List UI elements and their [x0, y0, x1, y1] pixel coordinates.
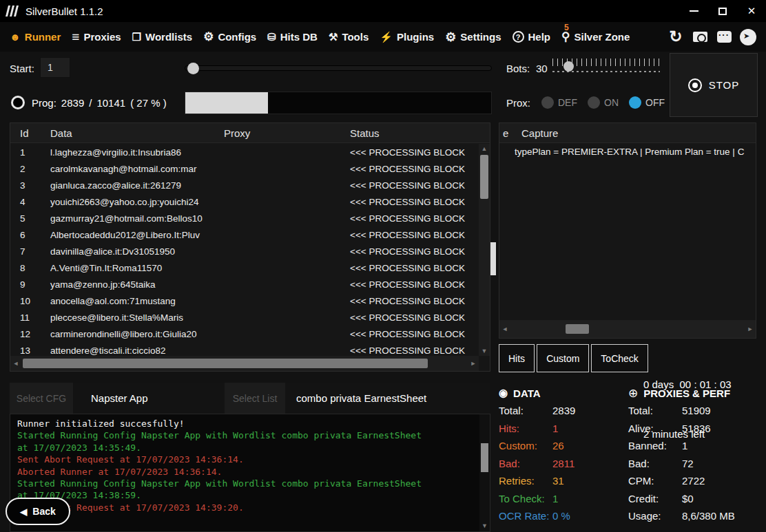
table-row[interactable]: 3 gianluca.zacco@alice.it:261279 <<< PRO… — [10, 177, 479, 193]
proxies-stats-section: PROXIES & PERF Total: 51909 Alive: 51836… — [628, 384, 766, 525]
stat-row: Retries: 31 — [499, 472, 627, 490]
table-row[interactable]: 4 youichi2663@yahoo.co.jp:youichi24 <<< … — [10, 193, 479, 210]
cell-data: A.Venti@Tin.It:Roma11570 — [41, 263, 214, 273]
prox-on-radio[interactable]: ON — [588, 96, 619, 109]
scroll-down-arrow[interactable] — [479, 346, 490, 356]
bots-slider[interactable] — [552, 58, 660, 76]
table-row[interactable]: 7 davinilla@alice.it:Dv31051950 <<< PROC… — [10, 243, 479, 259]
table-row[interactable]: 10 anocella@aol.com:71mustang <<< PROCES… — [10, 292, 479, 309]
close-button[interactable] — [737, 0, 766, 22]
table-row[interactable]: 2 carolmkavanagh@hotmail.com:mar <<< PRO… — [10, 160, 479, 177]
tab-tocheck[interactable]: ToCheck — [591, 344, 648, 372]
stat-value: 51836 — [682, 423, 766, 434]
nav-item-help[interactable]: Help — [507, 22, 557, 52]
log-line: Started Running Config Napster App with … — [17, 478, 431, 502]
table-row[interactable]: 8 A.Venti@Tin.It:Roma11570 <<< PROCESSIN… — [10, 259, 479, 276]
scroll-left-arrow[interactable] — [499, 320, 510, 338]
table-row[interactable]: 9 yama@zenno.jp:645taika <<< PROCESSING … — [10, 276, 479, 292]
telegram-icon[interactable] — [738, 28, 758, 47]
table-row[interactable]: 13 attendere@tiscali.it:ciccio82 <<< PRO… — [10, 342, 479, 356]
nav-right-icons — [666, 28, 762, 47]
table-horizontal-scrollbar[interactable] — [10, 356, 479, 371]
nav-item-runner[interactable]: Runner — [4, 22, 66, 52]
nav-item-settings[interactable]: Settings — [439, 22, 506, 52]
log-scrollbar-thumb[interactable] — [481, 443, 488, 472]
stat-value: 1 — [552, 493, 627, 504]
close-icon — [747, 5, 756, 17]
capture-column-partial: e — [499, 127, 517, 139]
table-row[interactable]: 5 gazmurray21@hotmail.com:Bellos10 <<< P… — [10, 210, 479, 226]
nav-item-proxies[interactable]: Proxies — [66, 22, 126, 52]
position-slider[interactable] — [185, 65, 492, 71]
stop-icon — [688, 78, 702, 92]
horizontal-scrollbar-thumb[interactable] — [23, 359, 428, 368]
stat-value: 31 — [552, 475, 627, 487]
tab-custom[interactable]: Custom — [537, 344, 589, 372]
log-scrollbar[interactable] — [479, 414, 490, 531]
cell-status: <<< PROCESSING BLOCK — [340, 345, 479, 356]
scroll-left-arrow[interactable] — [10, 356, 21, 371]
camera-icon[interactable] — [690, 28, 710, 47]
slider-thumb[interactable] — [187, 63, 199, 74]
maximize-button[interactable] — [708, 0, 737, 22]
cell-id: 2 — [10, 164, 41, 174]
nav-item-hits-db[interactable]: Hits DB — [262, 22, 323, 52]
nav-item-wordlists[interactable]: Wordlists — [127, 22, 198, 52]
cell-id: 7 — [10, 246, 41, 257]
scroll-up-arrow[interactable] — [479, 144, 490, 153]
prox-def-radio[interactable]: DEF — [541, 96, 577, 109]
help-icon — [513, 31, 524, 43]
start-input[interactable] — [40, 57, 70, 78]
splitter-handle[interactable] — [490, 242, 496, 275]
stat-label: CPM: — [628, 475, 682, 487]
capture-column-header: Capture — [521, 127, 558, 139]
app-logo-icon — [6, 6, 19, 17]
capture-horizontal-scrollbar[interactable] — [499, 320, 756, 338]
prox-off-radio[interactable]: OFF — [629, 96, 665, 109]
stat-label: Retries: — [499, 475, 552, 487]
progress-total: 10141 — [96, 97, 125, 109]
scroll-right-arrow[interactable] — [745, 320, 756, 338]
nav-item-label: Silver Zone — [574, 31, 630, 43]
stat-label: Custom: — [499, 440, 552, 451]
settings-icon — [445, 30, 456, 45]
log-console: Runner initialized succesfully! Started … — [10, 414, 490, 532]
table-row[interactable]: 1 l.laghezza@virgilio.it:Insubria86 <<< … — [10, 144, 479, 160]
capture-row[interactable]: typePlan = PREMIER-EXTRA | Premium Plan … — [499, 143, 756, 160]
cell-data: gazmurray21@hotmail.com:Bellos10 — [41, 213, 214, 224]
cell-id: 5 — [10, 213, 41, 224]
table-row[interactable]: 11 pleccese@libero.it:Stella%Maris <<< P… — [10, 309, 479, 326]
tab-hits[interactable]: Hits — [499, 344, 535, 372]
horizontal-scrollbar-thumb[interactable] — [566, 324, 589, 334]
cell-status: <<< PROCESSING BLOCK — [340, 180, 479, 191]
scroll-right-arrow[interactable] — [468, 356, 479, 371]
main-nav: Runner Proxies Wordlists Conf — [0, 22, 766, 52]
table-vertical-scrollbar[interactable] — [479, 144, 490, 356]
cell-id: 4 — [10, 197, 41, 207]
table-row[interactable]: 6 Albertocadeddu2012@Libero.It:Pluv <<< … — [10, 226, 479, 243]
stat-value: 0 % — [552, 510, 627, 522]
stop-button[interactable]: STOP — [670, 53, 758, 117]
column-header-data: Data — [41, 127, 214, 139]
chat-icon[interactable] — [714, 28, 734, 47]
back-button[interactable]: Back — [6, 498, 70, 525]
data-icon — [499, 387, 508, 399]
cell-status: <<< PROCESSING BLOCK — [340, 246, 479, 257]
nav-item-configs[interactable]: Configs — [198, 22, 262, 52]
nav-item-plugins[interactable]: Plugins — [374, 22, 439, 52]
select-cfg-button[interactable]: Select CFG — [10, 383, 73, 414]
table-row[interactable]: 12 carminerondinelli@libero.it:Giulia20 … — [10, 326, 479, 342]
nav-item-silver-zone[interactable]: 5 Silver Zone — [556, 22, 635, 52]
bots-slider-thumb[interactable] — [563, 61, 574, 72]
log-line: Sent Abort Request at 17/07/2023 14:39:2… — [17, 502, 431, 513]
progress-bar — [185, 92, 492, 114]
scroll-down-arrow[interactable] — [479, 522, 490, 529]
nav-item-tools[interactable]: Tools — [323, 22, 374, 52]
stat-row: Custom: 26 — [499, 437, 627, 455]
select-list-button[interactable]: Select List — [225, 383, 285, 414]
minimize-button[interactable] — [679, 0, 708, 22]
column-header-id: Id — [10, 127, 41, 139]
vertical-scrollbar-thumb[interactable] — [480, 155, 488, 199]
history-icon[interactable] — [666, 28, 685, 47]
nav-item-label: Hits DB — [280, 31, 318, 43]
